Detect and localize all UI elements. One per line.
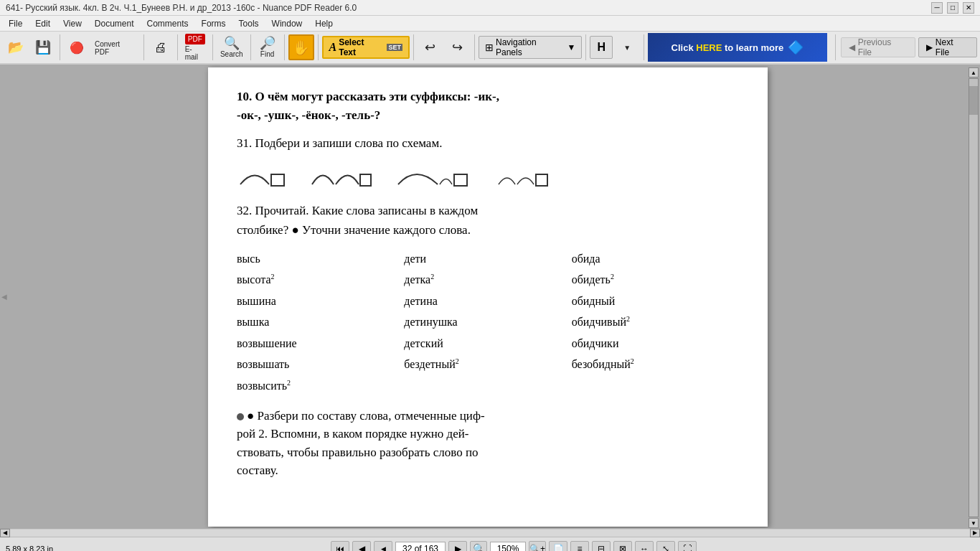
task31-label: 31. Подбери и запиши слова по схемам.	[237, 134, 739, 153]
word-col-1: высь высота2 вышина вышка возвышение воз…	[237, 250, 404, 395]
scroll-left-button[interactable]: ◀	[0, 529, 10, 537]
scroll-track[interactable]	[969, 78, 979, 517]
undo-button[interactable]: ↩	[418, 33, 443, 62]
word-3-4: обидчивый2	[572, 313, 739, 331]
pdf-viewer[interactable]: 10. О чём могут рассказать эти суффиксы:…	[9, 65, 967, 528]
task-bottom-line3: ствовать, чтобы правильно разобрать слов…	[237, 443, 739, 462]
separator10	[585, 34, 586, 60]
schema-4	[495, 163, 552, 189]
first-page-button[interactable]: ⏮	[331, 541, 349, 552]
h-button[interactable]: H	[590, 36, 613, 59]
nuance-logo-icon: 🔷	[788, 39, 804, 55]
menu-window[interactable]: Window	[266, 17, 308, 30]
right-scroll-panel: ▲ ▼	[967, 65, 980, 528]
menu-file[interactable]: File	[3, 17, 28, 30]
nav-panels-button[interactable]: ⊞ Navigation Panels ▼	[479, 36, 582, 59]
redo-icon: ↪	[452, 41, 463, 54]
save-icon: 💾	[35, 41, 51, 54]
task-bottom-text1: ● Разбери по составу слова, отмеченные ц…	[247, 409, 485, 423]
page-display[interactable]: 32 of 163	[395, 542, 446, 552]
hand-tool-button[interactable]: ✋	[288, 34, 314, 60]
continuous-view-button[interactable]: ≡	[570, 541, 589, 552]
scroll-up-button[interactable]: ▲	[969, 67, 979, 77]
zoom-in-button[interactable]: 🔍+	[529, 541, 546, 552]
task32-line1: 32. Прочитай. Какие слова записаны в каж…	[237, 202, 739, 220]
print-icon: 🖨	[154, 41, 167, 54]
h-label: H	[598, 41, 606, 54]
nuance-icon: 🔴	[64, 33, 90, 62]
maximize-button[interactable]: □	[947, 2, 958, 14]
scroll-down-button[interactable]: ▼	[969, 518, 979, 528]
menu-document[interactable]: Document	[89, 17, 140, 30]
print-button[interactable]: 🖨	[148, 33, 174, 62]
prev-file-button[interactable]: ◀ Previous File	[841, 37, 915, 57]
menu-bar: File Edit View Document Comments Forms T…	[0, 16, 980, 32]
select-text-button[interactable]: A Select Text SET	[322, 36, 410, 59]
task10-text1: 10. О чём могут рассказать эти суффиксы:…	[237, 90, 499, 103]
schema2-svg	[308, 163, 373, 189]
redo-button[interactable]: ↪	[445, 33, 471, 62]
convert-pdf-label: Convert PDF	[95, 40, 136, 56]
fit-width-button[interactable]: ↔	[635, 541, 654, 552]
separator11	[644, 34, 644, 60]
separator7	[318, 34, 319, 60]
spread-view-button[interactable]: ⊠	[613, 541, 632, 552]
menu-tools[interactable]: Tools	[233, 17, 265, 30]
word-3-5: обидчики	[572, 334, 739, 353]
fullscreen-button[interactable]: ⛶	[678, 541, 697, 552]
single-page-view-button[interactable]: 📄	[549, 541, 567, 552]
open-button[interactable]: 📂	[3, 33, 29, 62]
minimize-button[interactable]: ─	[931, 2, 943, 14]
word-col-2: дети детка2 детина детинушка детский без…	[404, 250, 571, 395]
next-file-button[interactable]: ▶ Next File	[918, 37, 977, 57]
horizontal-scrollbar: ◀ ▶	[0, 528, 980, 537]
word-2-1: дети	[404, 250, 571, 268]
prev-page-alt-button[interactable]: ◀	[374, 541, 392, 552]
menu-forms[interactable]: Forms	[196, 17, 232, 30]
word-1-6: возвышать	[237, 355, 404, 374]
prev-page-button[interactable]: ◀	[352, 541, 371, 552]
word-2-5: детский	[404, 334, 571, 353]
save-button[interactable]: 💾	[30, 33, 56, 62]
zoom-out-button[interactable]: 🔍	[470, 541, 487, 552]
menu-view[interactable]: View	[57, 17, 88, 30]
next-file-label: Next File	[936, 37, 969, 57]
menu-edit[interactable]: Edit	[29, 17, 56, 30]
menu-comments[interactable]: Comments	[141, 17, 194, 30]
task10-line1: 10. О чём могут рассказать эти суффиксы:…	[237, 88, 739, 106]
banner-text: Click HERE to learn more	[672, 42, 784, 53]
prev-file-label: Previous File	[858, 37, 908, 57]
h-scroll-track[interactable]	[10, 529, 970, 537]
schema-1	[237, 163, 287, 189]
menu-help[interactable]: Help	[309, 17, 339, 30]
email-button[interactable]: PDF E-mail	[182, 33, 209, 62]
close-button[interactable]: ✕	[963, 2, 974, 14]
word-3-1: обида	[572, 250, 739, 268]
separator9	[474, 34, 475, 60]
prev-file-icon: ◀	[849, 42, 855, 52]
h-dropdown-button[interactable]: ▼	[614, 33, 640, 62]
word-1-7: возвысить2	[237, 377, 404, 395]
zoom-display[interactable]: 150%	[490, 542, 526, 552]
status-bar: 5,89 x 8,23 in ⏮ ◀ ◀ 32 of 163 ▶ 🔍 150% …	[0, 537, 980, 551]
email-label: E-mail	[185, 45, 205, 61]
select-text-label: Select Text	[339, 37, 383, 57]
convert-pdf-button[interactable]: Convert PDF	[91, 33, 140, 62]
two-page-view-button[interactable]: ⊟	[592, 541, 611, 552]
task-bottom-line2: рой 2. Вспомни, в каком порядке нужно де…	[237, 425, 739, 443]
next-page-button[interactable]: ▶	[448, 541, 467, 552]
nav-panels-icon: ⊞	[485, 42, 494, 53]
word-columns: высь высота2 вышина вышка возвышение воз…	[237, 250, 739, 395]
nav-panels-label: Navigation Panels	[496, 37, 565, 57]
separator5	[250, 34, 251, 60]
task32-line2: столбике? ● Уточни значение каждого слов…	[237, 221, 739, 240]
nuance-banner[interactable]: Click HERE to learn more 🔷	[648, 33, 826, 62]
fit-page-button[interactable]: ⤡	[656, 541, 675, 552]
search-button[interactable]: 🔍 Search	[217, 33, 247, 62]
window-title: 641- Русский язык. 4кл. В 2ч. Ч.1_Бунеев…	[6, 3, 357, 13]
task32-text2: столбике? ● Уточни значение каждого слов…	[237, 223, 471, 237]
scroll-right-button[interactable]: ▶	[970, 529, 980, 537]
pdf-page: 10. О чём могут рассказать эти суффиксы:…	[208, 67, 768, 527]
word-3-3: обидный	[572, 292, 739, 311]
find-button[interactable]: 🔎 Find	[255, 33, 281, 62]
